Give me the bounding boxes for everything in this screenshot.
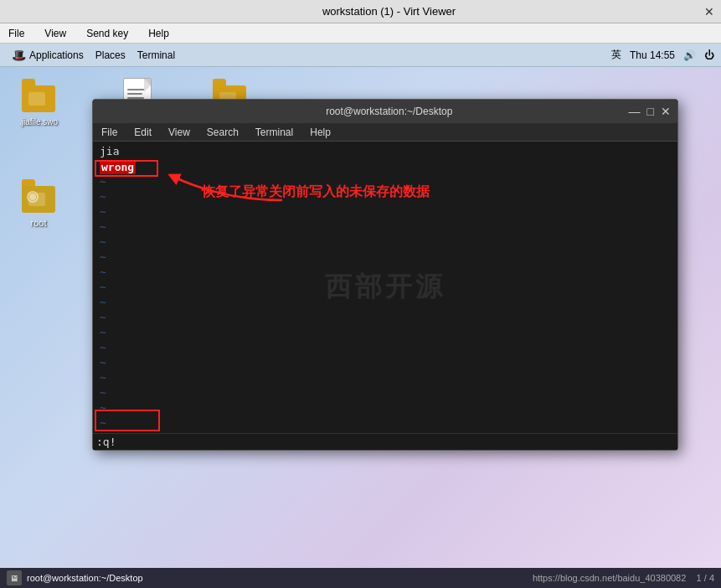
vim-tilde-13: ~: [100, 356, 674, 371]
vim-tilde-12: ~: [100, 341, 674, 356]
volume-icon[interactable]: 🔊: [683, 49, 696, 61]
vim-line-jia: jia: [100, 145, 674, 160]
terminal-menu-bar: File Edit View Search Terminal Help: [93, 123, 677, 142]
tmenu-help[interactable]: Help: [305, 125, 336, 140]
menu-file[interactable]: File: [3, 26, 29, 41]
applications-label: Applications: [29, 49, 84, 61]
vim-tilde-16: ~: [100, 401, 674, 416]
vim-tilde-11: ~: [100, 326, 674, 341]
folder-icon-root: [22, 176, 55, 216]
vim-tilde-3: ~: [100, 205, 674, 220]
tmenu-edit[interactable]: Edit: [129, 125, 157, 140]
vim-tilde-5: ~: [100, 235, 674, 250]
menu-bar: File View Send key Help: [0, 23, 721, 44]
places-label: Places: [95, 49, 126, 61]
places-menu[interactable]: Places: [90, 48, 131, 63]
status-bar-left: 🖥 root@workstation:~/Desktop: [7, 570, 143, 585]
system-bar: 🎩 Applications Places Terminal 英 Thu 14:…: [0, 44, 721, 67]
folder-icon-swo: [22, 75, 55, 116]
close-button[interactable]: ✕: [704, 5, 714, 18]
clock: Thu 14:55: [630, 49, 675, 61]
terminal-window: root@workstation:~/Desktop — □ ✕ File Ed…: [92, 99, 678, 451]
virt-viewer-titlebar: workstation (1) - Virt Viewer ✕: [0, 0, 721, 23]
tmenu-view[interactable]: View: [163, 125, 195, 140]
vim-tilde-9: ~: [100, 296, 674, 311]
vim-command: :q!: [96, 436, 116, 448]
vim-tilde-6: ~: [100, 250, 674, 266]
vim-tilde-1: ~: [100, 175, 674, 190]
power-icon[interactable]: ⏻: [704, 49, 714, 61]
status-bar-text: root@workstation:~/Desktop: [27, 573, 143, 583]
terminal-titlebar: root@workstation:~/Desktop — □ ✕: [93, 100, 677, 123]
vim-tilde-8: ~: [100, 281, 674, 296]
vim-tilde-14: ~: [100, 371, 674, 386]
vim-line-wrong: wrong: [100, 160, 674, 175]
vim-tilde-2: ~: [100, 190, 674, 205]
status-bar-right: https://blog.csdn.net/baidu_40380082 1 /…: [533, 573, 714, 583]
system-tray: 英 Thu 14:55 🔊 ⏻: [611, 48, 714, 62]
desktop: .jiafile.swo jiafile .jiafile.swp: [0, 67, 721, 585]
tmenu-file[interactable]: File: [96, 125, 122, 140]
vim-tilde-15: ~: [100, 386, 674, 401]
menu-view[interactable]: View: [39, 26, 71, 41]
terminal-title: root@workstation:~/Desktop: [150, 106, 629, 117]
terminal-maximize[interactable]: □: [647, 106, 654, 117]
terminal-minimize[interactable]: —: [629, 106, 641, 117]
menu-sendkey[interactable]: Send key: [81, 26, 133, 41]
terminal-content[interactable]: jia wrong ~ ~ ~ ~ ~ ~ ~ ~ ~ ~ ~ ~ ~ ~ ~ …: [93, 142, 677, 433]
desktop-icon-root[interactable]: root: [8, 176, 69, 228]
applications-menu[interactable]: 🎩 Applications: [7, 47, 89, 64]
title-bar-title: workstation (1) - Virt Viewer: [74, 5, 704, 18]
wrong-text: wrong: [100, 160, 136, 174]
language-indicator[interactable]: 英: [611, 48, 621, 62]
menu-help[interactable]: Help: [143, 26, 174, 41]
status-bar: 🖥 root@workstation:~/Desktop https://blo…: [0, 568, 721, 588]
desktop-icon-jiafile-swo[interactable]: .jiafile.swo: [8, 75, 69, 126]
status-url: https://blog.csdn.net/baidu_40380082: [533, 573, 686, 583]
terminal-menu[interactable]: Terminal: [132, 48, 180, 63]
vim-tilde-7: ~: [100, 266, 674, 281]
status-icon: 🖥: [7, 570, 22, 585]
icon-label-swo: .jiafile.swo: [19, 117, 58, 126]
tmenu-terminal[interactable]: Terminal: [250, 125, 298, 140]
vim-tilde-4: ~: [100, 220, 674, 235]
icon-label-root: root: [31, 218, 47, 228]
page-count: 1 / 4: [697, 573, 714, 583]
vim-tilde-10: ~: [100, 311, 674, 326]
terminal-label: Terminal: [137, 49, 175, 61]
vim-command-area: :q!: [93, 433, 677, 450]
tmenu-search[interactable]: Search: [202, 125, 244, 140]
terminal-close[interactable]: ✕: [661, 106, 671, 117]
redhat-icon: 🎩: [12, 49, 26, 62]
terminal-win-controls: — □ ✕: [629, 106, 671, 117]
vim-tilde-17: ~: [100, 416, 674, 431]
